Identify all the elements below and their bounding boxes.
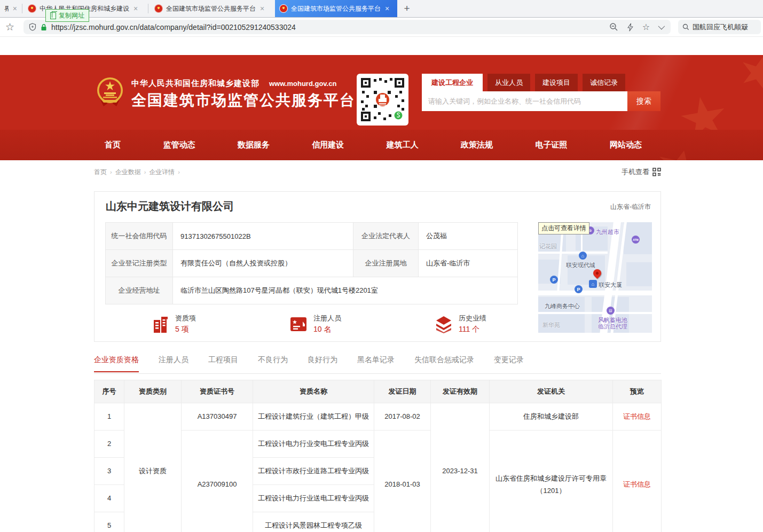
reg-type-label: 企业登记注册类型	[106, 250, 173, 277]
tab-title: 全国建筑市场监管公共服务平台	[166, 4, 256, 13]
new-tab-button[interactable]: +	[400, 3, 413, 15]
ministry-name: 中华人民共和国住房和城乡建设部www.mohurd.gov.cn	[131, 79, 336, 89]
site-header: 中华人民共和国住房和城乡建设部www.mohurd.gov.cn 全国建筑市场监…	[0, 55, 763, 130]
breadcrumb-company-detail[interactable]: 企业详情	[149, 168, 175, 177]
browser-tab-bar: 界 × 中华人民共和国住房和城乡建设 × 全国建筑市场监管公共服务平台 × 全国…	[0, 0, 763, 18]
map-label-lianan-city: 联安现代城	[566, 261, 595, 269]
browser-tab-2[interactable]: 全国建筑市场监管公共服务平台 ×	[150, 0, 273, 17]
site-url: www.mohurd.gov.cn	[269, 80, 336, 88]
col-category: 资质类别	[124, 380, 182, 403]
keyword-search-input[interactable]	[422, 91, 627, 111]
search-button[interactable]: 搜索	[627, 91, 660, 111]
certificate-info-link[interactable]: 证书信息	[623, 412, 651, 420]
nav-item-data-service[interactable]: 数据服务	[238, 140, 270, 150]
nav-item-workers[interactable]: 建筑工人	[387, 140, 419, 150]
news-search-text: 国航回应飞机颠簸	[693, 22, 748, 32]
chevron-down-icon[interactable]	[658, 23, 665, 30]
cert-no: A137030497	[182, 403, 253, 431]
stat-personnel-label: 注册人员	[313, 314, 341, 323]
qualification-name: 工程设计电力行业变电工程专业丙级	[253, 431, 374, 458]
search-tab-personnel[interactable]: 从业人员	[487, 74, 530, 91]
map-atm-icon: ATM	[632, 236, 640, 244]
stat-qualifications[interactable]: 资质项 5 项	[152, 314, 196, 334]
table-header-row: 序号 资质类别 资质证书号 资质名称 发证日期 发证有效期 发证机关 预览	[95, 380, 662, 403]
reg-place-value: 山东省-临沂市	[419, 250, 518, 277]
issue-date: 2017-08-02	[374, 403, 431, 431]
stat-personnel-value: 10 名	[313, 325, 341, 334]
map-pin-battery-icon: ⊡	[607, 307, 615, 315]
col-preview: 预览	[613, 380, 662, 403]
company-name: 山东中元建筑设计有限公司	[106, 199, 234, 214]
parking-icon: P	[575, 285, 583, 293]
issuing-authority: 山东省住房和城乡建设厅许可专用章（1201）	[490, 431, 613, 532]
close-icon[interactable]: ×	[385, 5, 389, 12]
certificate-info-link[interactable]: 证书信息	[623, 480, 651, 488]
breadcrumb-company-data[interactable]: 企业数据	[115, 168, 141, 177]
tab-title: 全国建筑市场监管公共服务平台	[291, 4, 381, 13]
nav-item-license[interactable]: 电子证照	[536, 140, 568, 150]
favorite-star-icon[interactable]: ☆	[642, 22, 650, 32]
nav-item-credit[interactable]: 信用建设	[312, 140, 344, 150]
tab-qualifications[interactable]: 企业资质资格	[94, 355, 139, 372]
map-label-battery-2: 临沂总代理	[598, 323, 627, 331]
site-favicon-icon	[279, 4, 288, 13]
tab-separator	[148, 4, 148, 13]
stat-performance-value: 111 个	[459, 325, 486, 334]
address-bar[interactable]: https://jzsc.mohurd.gov.cn/data/company/…	[23, 20, 671, 34]
location-map[interactable]: ⊙ 九州超市 ATM 记花园 ⌂ 联安现代城 ⌂ 联安大厦 P P 九峰商务中心…	[538, 222, 652, 333]
nav-item-supervision[interactable]: 监管动态	[163, 140, 195, 150]
browser-tab-0[interactable]: 界 ×	[0, 0, 21, 17]
site-favicon-icon	[154, 4, 163, 13]
tab-projects[interactable]: 工程项目	[208, 355, 238, 371]
search-tab-project[interactable]: 建设项目	[535, 74, 578, 91]
issuing-authority: 住房和城乡建设部	[490, 403, 613, 431]
close-icon[interactable]: ×	[133, 5, 138, 12]
search-tab-enterprise[interactable]: 建设工程企业	[422, 74, 483, 91]
stat-registered-personnel[interactable]: 注册人员 10 名	[289, 314, 341, 334]
close-icon[interactable]: ×	[13, 5, 17, 12]
tab-separator	[22, 4, 22, 13]
qr-code	[357, 74, 408, 126]
zoom-out-icon[interactable]	[609, 22, 618, 32]
tab-change-records[interactable]: 变更记录	[494, 355, 524, 371]
news-search-box[interactable]: 国航回应飞机颠簸	[678, 20, 761, 34]
id-card-icon	[289, 316, 308, 333]
site-favicon-icon	[28, 4, 36, 13]
search-category-tabs: 建设工程企业 从业人员 建设项目 诚信记录	[422, 74, 660, 91]
map-label-business-center: 九峰商务中心	[545, 302, 580, 310]
header-search-module: 建设工程企业 从业人员 建设项目 诚信记录 搜索	[422, 74, 660, 111]
tab-good-behavior[interactable]: 良好行为	[308, 355, 337, 371]
parking-icon: P	[550, 276, 558, 284]
map-label-lianan-tower: 联安大厦	[599, 281, 622, 289]
bookmark-star-icon[interactable]: ☆	[5, 21, 14, 33]
search-tab-credit[interactable]: 诚信记录	[583, 74, 625, 91]
stat-history-performance[interactable]: 历史业绩 111 个	[434, 314, 486, 334]
tab-blacklist[interactable]: 黑名单记录	[357, 355, 395, 371]
qualification-table: 序号 资质类别 资质证书号 资质名称 发证日期 发证有效期 发证机关 预览 1 …	[94, 380, 662, 532]
reg-place-label: 企业注册属地	[353, 250, 419, 277]
platform-title: 全国建筑市场监管公共服务平台	[131, 90, 356, 111]
qr-code-icon[interactable]	[652, 168, 661, 176]
nav-item-home[interactable]: 首页	[105, 140, 121, 150]
close-icon[interactable]: ×	[260, 5, 264, 12]
browser-tab-3-active[interactable]: 全国建筑市场监管公共服务平台 ×	[275, 0, 397, 17]
breadcrumb: 首页 › 企业数据 › 企业详情 › 手机查看	[94, 168, 661, 176]
tab-dishonesty-records[interactable]: 失信联合惩戒记录	[414, 355, 474, 371]
lock-icon[interactable]	[41, 24, 47, 31]
shield-icon[interactable]	[29, 23, 36, 31]
nav-item-policy[interactable]: 政策法规	[461, 140, 493, 150]
map-pin-lianan-city-icon: ⌂	[579, 252, 587, 260]
breadcrumb-separator: ›	[110, 169, 112, 175]
row-no: 4	[95, 485, 124, 512]
row-no: 5	[95, 512, 124, 532]
tab-registered-personnel[interactable]: 注册人员	[159, 355, 188, 371]
nav-item-site-news[interactable]: 网站动态	[610, 140, 642, 150]
credit-code-label: 统一社会信用代码	[106, 223, 173, 250]
tab-bad-behavior[interactable]: 不良行为	[258, 355, 288, 371]
col-validity: 发证有效期	[431, 380, 490, 403]
flash-icon[interactable]	[627, 23, 634, 32]
breadcrumb-home[interactable]: 首页	[94, 168, 107, 177]
cert-no: A237009100	[182, 431, 253, 532]
mobile-view-label[interactable]: 手机查看	[622, 167, 649, 177]
map-pin-lianan-tower-icon: ⌂	[589, 280, 597, 288]
